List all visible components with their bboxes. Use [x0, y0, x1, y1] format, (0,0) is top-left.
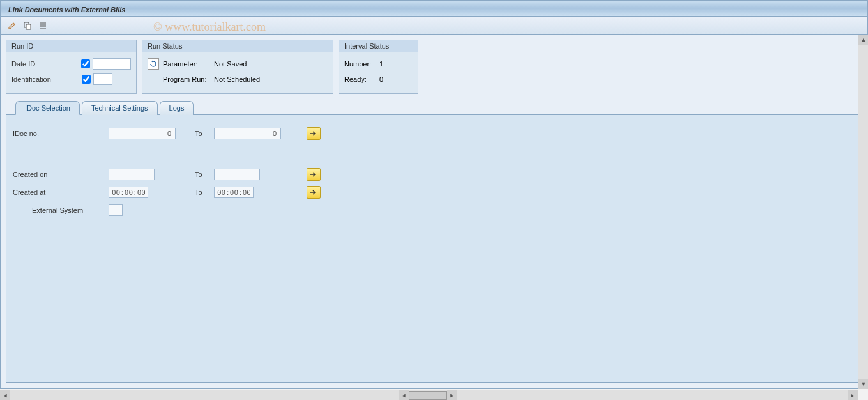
created-at-to-label: To	[195, 188, 214, 196]
idoc-no-label: IDoc no.	[13, 130, 109, 137]
scroll-right-icon[interactable]: ►	[848, 390, 858, 400]
ready-value: 0	[379, 75, 383, 83]
scroll-split-handle[interactable]	[409, 391, 447, 400]
status-refresh-icon[interactable]	[148, 58, 159, 70]
ready-label: Ready:	[344, 75, 379, 83]
idoc-no-to-input[interactable]	[214, 128, 281, 139]
tabs: IDoc Selection Technical Settings Logs	[15, 100, 862, 114]
run-status-panel: Run Status Parameter: Not Saved Program …	[142, 40, 333, 94]
number-label: Number:	[344, 60, 379, 68]
date-id-checkbox[interactable]	[81, 59, 90, 68]
number-value: 1	[379, 60, 383, 68]
created-on-to-input[interactable]	[214, 169, 260, 180]
identification-label: Identification	[11, 75, 82, 83]
scroll-down-icon[interactable]: ▼	[858, 379, 868, 389]
page-title: Link Documents with External Bills	[8, 6, 125, 13]
created-on-to-label: To	[195, 171, 214, 178]
created-at-from-input[interactable]	[109, 187, 148, 198]
idoc-no-multiselect-button[interactable]	[307, 127, 321, 140]
main-content: Run ID Date ID Identification Run Status	[0, 35, 868, 389]
date-id-label: Date ID	[11, 60, 81, 68]
list-icon[interactable]	[38, 20, 48, 31]
external-system-input[interactable]	[109, 204, 123, 216]
program-run-label: Program Run:	[163, 75, 214, 83]
date-id-input[interactable]	[93, 58, 131, 70]
idoc-no-from-input[interactable]	[109, 128, 176, 139]
scroll-split-right-icon[interactable]: ►	[447, 390, 457, 400]
run-id-header: Run ID	[6, 40, 136, 52]
created-on-from-input[interactable]	[109, 169, 155, 180]
horizontal-scrollbar[interactable]: ◄ ◄ ► ►	[0, 390, 858, 400]
external-system-label: External System	[13, 206, 109, 214]
program-run-value: Not Scheduled	[214, 75, 260, 83]
run-status-header: Run Status	[142, 40, 333, 52]
vertical-scrollbar[interactable]: ▲ ▼	[858, 35, 868, 389]
scroll-up-icon[interactable]: ▲	[858, 35, 868, 45]
edit-icon[interactable]	[7, 20, 17, 31]
identification-input[interactable]	[93, 73, 112, 85]
panels-row: Run ID Date ID Identification Run Status	[6, 40, 862, 94]
copy-icon[interactable]	[22, 20, 33, 31]
tab-idoc-selection[interactable]: IDoc Selection	[15, 101, 80, 115]
interval-status-panel: Interval Status Number: 1 Ready: 0	[339, 40, 418, 94]
tab-logs[interactable]: Logs	[160, 101, 194, 115]
interval-status-header: Interval Status	[339, 40, 418, 52]
toolbar	[0, 17, 868, 35]
scroll-split-left-icon[interactable]: ◄	[399, 390, 409, 400]
created-on-multiselect-button[interactable]	[307, 168, 321, 181]
identification-checkbox[interactable]	[82, 75, 91, 84]
created-at-multiselect-button[interactable]	[307, 186, 321, 199]
created-on-label: Created on	[13, 171, 109, 178]
title-bar: Link Documents with External Bills	[0, 0, 868, 17]
parameter-value: Not Saved	[214, 60, 247, 68]
tab-technical-settings[interactable]: Technical Settings	[82, 101, 158, 115]
parameter-label: Parameter:	[163, 60, 214, 68]
svg-rect-1	[26, 24, 31, 29]
run-id-panel: Run ID Date ID Identification	[6, 40, 137, 94]
created-at-to-input[interactable]	[214, 187, 254, 198]
created-at-label: Created at	[13, 188, 109, 196]
idoc-no-to-label: To	[195, 130, 214, 137]
scroll-left-icon[interactable]: ◄	[0, 390, 10, 400]
tab-content-idoc: IDoc no. To Created on To	[6, 114, 862, 383]
tabs-container: IDoc Selection Technical Settings Logs I…	[6, 100, 862, 388]
